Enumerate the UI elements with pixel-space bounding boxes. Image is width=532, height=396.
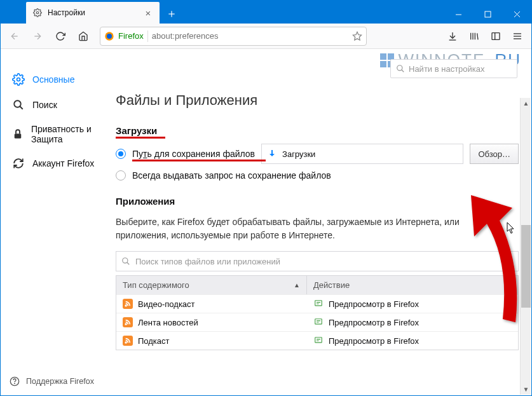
window-controls [444, 4, 531, 24]
titlebar: Настройки × [1, 1, 531, 24]
feed-icon [123, 336, 133, 346]
svg-rect-34 [315, 301, 322, 306]
window-close-button[interactable] [502, 4, 531, 24]
svg-rect-18 [492, 32, 500, 39]
svg-rect-36 [315, 319, 322, 324]
library-button[interactable] [464, 26, 484, 46]
annotation-underline [116, 137, 165, 139]
svg-rect-26 [15, 133, 22, 139]
preview-icon [313, 299, 324, 309]
preview-icon [313, 317, 324, 327]
download-path-field[interactable]: Загрузки [261, 144, 463, 164]
support-link[interactable]: Поддержка Firefox [1, 367, 112, 395]
feed-icon [123, 299, 133, 309]
separator [147, 31, 148, 42]
feed-icon [123, 317, 133, 327]
svg-point-24 [14, 100, 21, 107]
search-placeholder: Найти в настройках [409, 64, 485, 74]
page-title: Файлы и Приложения [116, 92, 519, 109]
categories-sidebar: Основные Поиск Приватность и Защита Акка… [1, 49, 112, 395]
new-tab-button[interactable] [162, 4, 181, 24]
column-header-type[interactable]: Тип содержимого ▲ [116, 276, 307, 294]
home-button[interactable] [73, 26, 93, 46]
svg-point-28 [15, 383, 15, 384]
radio-save-to-path[interactable] [116, 149, 126, 159]
table-row[interactable]: Видео-подкаст Предпросмотр в Firefox [116, 294, 518, 313]
sidebar-item-label: Основные [32, 74, 74, 85]
sidebar-item-general[interactable]: Основные [1, 67, 112, 92]
radio-always-ask[interactable] [116, 170, 126, 181]
back-button[interactable] [4, 26, 25, 46]
download-arrow-icon [267, 149, 277, 159]
url-bar[interactable]: Firefox about:preferences [100, 27, 367, 46]
sidebar-item-label: Аккаунт Firefox [32, 158, 94, 168]
sidebar-item-label: Приватность и Защита [31, 124, 100, 144]
svg-point-0 [36, 11, 39, 14]
tab-title: Настройки [48, 8, 138, 17]
url-label: Firefox [118, 31, 144, 41]
minimize-button[interactable] [444, 4, 473, 24]
radio-save-to-path-label: Путь для сохранения файлов [132, 149, 255, 159]
svg-rect-38 [315, 338, 322, 343]
support-label: Поддержка Firefox [26, 377, 94, 386]
prefs-search-input[interactable]: Найти в настройках [390, 59, 517, 78]
reload-button[interactable] [50, 26, 71, 46]
sync-icon [12, 157, 25, 170]
maximize-button[interactable] [473, 4, 502, 24]
scrollbar-thumb[interactable] [521, 225, 531, 308]
downloads-button[interactable] [442, 26, 463, 46]
radio-always-ask-label: Всегда выдавать запрос на сохранение фай… [132, 170, 331, 181]
nav-toolbar: Firefox about:preferences [1, 24, 531, 49]
vertical-scrollbar[interactable]: ▲ ▼ [520, 98, 531, 395]
browser-tab[interactable]: Настройки × [26, 2, 160, 24]
apps-description: Выберите, как Firefox будет обрабатывать… [116, 215, 510, 242]
svg-line-30 [402, 70, 404, 72]
annotation-underline [132, 160, 266, 161]
app-menu-button[interactable] [507, 26, 528, 46]
preview-icon [313, 336, 324, 346]
table-row[interactable]: Подкаст Предпросмотр в Firefox [116, 331, 518, 350]
download-path-value: Загрузки [282, 149, 315, 159]
sidebar-item-label: Поиск [32, 100, 57, 110]
forward-button[interactable] [27, 26, 48, 46]
browse-button[interactable]: Обзор… [470, 144, 519, 164]
table-row[interactable]: Лента новостей Предпросмотр в Firefox [116, 313, 518, 331]
apps-filter-input[interactable]: Поиск типов файлов или приложений [116, 251, 519, 271]
main-panel: Найти в настройках Файлы и Приложения За… [112, 49, 531, 395]
svg-point-23 [17, 78, 20, 81]
svg-line-32 [127, 263, 130, 265]
search-icon [12, 99, 25, 111]
svg-point-35 [125, 324, 126, 325]
close-icon[interactable]: × [143, 8, 153, 18]
sidebar-item-sync[interactable]: Аккаунт Firefox [1, 151, 112, 176]
svg-point-31 [123, 258, 128, 263]
search-icon [121, 257, 130, 266]
sidebar-item-privacy[interactable]: Приватность и Защита [1, 118, 112, 151]
sort-indicator-icon: ▲ [294, 282, 300, 289]
sidebar-button[interactable] [486, 26, 506, 46]
svg-point-33 [125, 305, 126, 306]
scroll-up-icon[interactable]: ▲ [521, 98, 531, 109]
svg-marker-11 [353, 32, 361, 40]
firefox-icon [104, 31, 114, 41]
downloads-heading: Загрузки [116, 125, 157, 136]
content-area: WINNOTE.RU Основные Поиск Приватность и … [1, 49, 531, 395]
column-header-action[interactable]: Действие [307, 276, 518, 294]
search-icon [396, 64, 405, 73]
apps-heading: Приложения [116, 196, 519, 207]
scroll-down-icon[interactable]: ▼ [521, 384, 531, 395]
bookmark-star-icon[interactable] [352, 31, 362, 41]
sidebar-item-search[interactable]: Поиск [1, 92, 112, 118]
url-text: about:preferences [152, 31, 219, 41]
help-icon [10, 376, 20, 386]
lock-icon [12, 128, 24, 140]
filter-placeholder: Поиск типов файлов или приложений [135, 257, 280, 266]
gear-icon [32, 8, 43, 18]
svg-line-25 [20, 106, 23, 109]
svg-line-17 [477, 33, 478, 39]
apps-table: Тип содержимого ▲ Действие Видео-подкаст… [116, 275, 519, 350]
svg-point-29 [397, 65, 402, 71]
svg-point-37 [125, 342, 126, 343]
gear-icon [12, 73, 25, 86]
svg-point-10 [107, 34, 112, 39]
